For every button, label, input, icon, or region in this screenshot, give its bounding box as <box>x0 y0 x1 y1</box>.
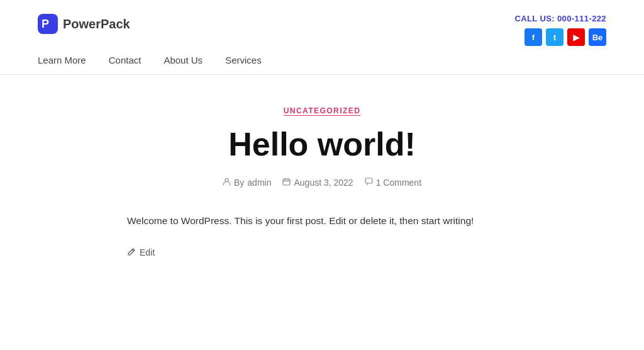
by-label: By <box>234 178 244 188</box>
youtube-icon[interactable]: ▶ <box>567 28 585 46</box>
post-title: Hello world! <box>228 127 416 162</box>
call-us-label: CALL US: 000-111-222 <box>514 14 606 23</box>
logo-text: PowerPack <box>63 17 130 31</box>
post-author: By admin <box>223 178 271 188</box>
behance-icon[interactable]: Be <box>589 28 606 46</box>
post-date: August 3, 2022 <box>282 178 353 188</box>
post-date-value: August 3, 2022 <box>294 178 353 188</box>
nav-item-services[interactable]: Services <box>225 55 262 65</box>
twitter-icon[interactable]: t <box>546 28 564 46</box>
edit-link[interactable]: Edit <box>127 247 517 258</box>
nav-item-learn-more[interactable]: Learn More <box>38 55 86 65</box>
post-body: Welcome to WordPress. This is your first… <box>127 213 517 229</box>
svg-rect-4 <box>365 178 372 183</box>
nav-item-contact[interactable]: Contact <box>109 55 142 65</box>
post-comments: 1 Comment <box>365 178 421 188</box>
svg-point-2 <box>225 179 228 182</box>
post-meta: By admin August 3, 2022 1 Comment <box>223 178 421 188</box>
logo[interactable]: P PowerPack <box>38 14 130 34</box>
main-nav: Learn More Contact About Us Services <box>0 46 644 65</box>
logo-icon: P <box>38 14 58 34</box>
nav-item-about-us[interactable]: About Us <box>164 55 203 65</box>
svg-rect-3 <box>283 179 290 186</box>
facebook-icon[interactable]: f <box>525 28 542 46</box>
author-name[interactable]: admin <box>247 178 271 188</box>
svg-text:P: P <box>42 18 49 30</box>
person-icon <box>223 178 231 188</box>
header-right: CALL US: 000-111-222 f t ▶ Be <box>514 14 606 46</box>
calendar-icon <box>282 178 291 188</box>
site-header: P PowerPack CALL US: 000-111-222 f t ▶ B… <box>0 0 644 46</box>
edit-icon <box>127 247 136 258</box>
edit-label: Edit <box>140 247 155 257</box>
comment-icon <box>365 178 373 188</box>
social-icons-group: f t ▶ Be <box>525 28 606 46</box>
main-content: UNCATEGORIZED Hello world! By admin Augu <box>0 75 644 283</box>
comments-count[interactable]: 1 Comment <box>376 178 421 188</box>
post-category[interactable]: UNCATEGORIZED <box>284 106 361 115</box>
